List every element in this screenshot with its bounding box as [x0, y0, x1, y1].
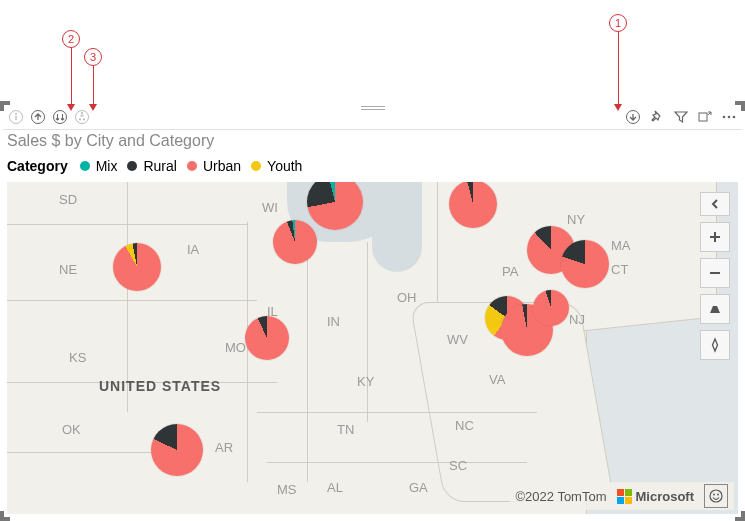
legend-swatch-mix [80, 161, 90, 171]
legend-swatch-youth [251, 161, 261, 171]
state-label-ga: GA [409, 480, 428, 495]
state-label-mo: MO [225, 340, 246, 355]
pie-marker-3[interactable] [449, 182, 497, 228]
legend-item-rural[interactable]: Rural [143, 158, 176, 174]
pin-button[interactable] [648, 108, 666, 126]
arrow-up-icon [30, 109, 46, 125]
chevron-left-icon [708, 197, 722, 211]
svg-point-11 [723, 115, 726, 118]
pie-marker-8[interactable] [533, 290, 569, 326]
state-label-al: AL [327, 480, 343, 495]
map-attribution: ©2022 TomTom [516, 489, 607, 504]
zoom-in-button[interactable] [700, 222, 730, 252]
state-label-in: IN [327, 314, 340, 329]
state-label-ky: KY [357, 374, 374, 389]
ellipsis-icon [721, 109, 737, 125]
arrow-down-icon [625, 109, 641, 125]
state-label-ok: OK [62, 422, 81, 437]
visual-container: Sales $ by City and Category Category Mi… [3, 104, 742, 518]
svg-point-4 [54, 110, 67, 123]
svg-point-1 [15, 113, 17, 115]
focus-icon [697, 109, 713, 125]
legend-swatch-rural [127, 161, 137, 171]
state-label-wv: WV [447, 332, 468, 347]
drill-up-button[interactable] [29, 108, 47, 126]
visual-toolbar [3, 104, 742, 130]
svg-rect-2 [15, 116, 16, 120]
drill-down-button[interactable] [624, 108, 642, 126]
more-options-button[interactable] [720, 108, 738, 126]
svg-point-6 [81, 112, 83, 114]
state-label-sc: SC [449, 458, 467, 473]
state-label-ny: NY [567, 212, 585, 227]
legend-swatch-urban [187, 161, 197, 171]
pie-marker-10[interactable] [151, 424, 203, 476]
country-label: UNITED STATES [99, 378, 221, 394]
info-icon [8, 109, 24, 125]
state-label-nj: NJ [569, 312, 585, 327]
state-label-pa: PA [502, 264, 518, 279]
state-label-ar: AR [215, 440, 233, 455]
microsoft-icon [617, 489, 632, 504]
microsoft-logo: Microsoft [617, 489, 695, 504]
info-button[interactable] [7, 108, 25, 126]
pie-marker-5[interactable] [561, 240, 609, 288]
microsoft-label: Microsoft [636, 489, 695, 504]
pie-marker-9[interactable] [245, 316, 289, 360]
legend-item-urban[interactable]: Urban [203, 158, 241, 174]
legend-label: Category [7, 158, 68, 174]
legend-item-youth[interactable]: Youth [267, 158, 302, 174]
state-label-ct: CT [611, 262, 628, 277]
visual-title: Sales $ by City and Category [7, 132, 214, 150]
svg-point-8 [83, 118, 85, 120]
plus-icon [708, 230, 722, 244]
svg-point-15 [713, 494, 715, 496]
smiley-icon [708, 488, 724, 504]
state-label-va: VA [489, 372, 505, 387]
svg-point-13 [733, 115, 736, 118]
callout-1: 1 [609, 14, 627, 32]
svg-point-16 [717, 494, 719, 496]
svg-point-14 [710, 490, 722, 502]
state-label-sd: SD [59, 192, 77, 207]
focus-mode-button[interactable] [696, 108, 714, 126]
state-label-ms: MS [277, 482, 297, 497]
callout-3-label: 3 [84, 48, 102, 66]
map-canvas[interactable]: UNITED STATES ©2022 TomTom [7, 182, 738, 514]
drag-handle[interactable] [361, 106, 385, 110]
callout-1-label: 1 [609, 14, 627, 32]
map-collapse-button[interactable] [700, 192, 730, 216]
map-footer: ©2022 TomTom Microsoft [510, 482, 735, 510]
svg-point-12 [728, 115, 731, 118]
pin-icon [649, 109, 665, 125]
callout-3: 3 [84, 48, 102, 66]
state-label-ne: NE [59, 262, 77, 277]
compass-icon [707, 337, 723, 353]
state-label-ia: IA [187, 242, 199, 257]
svg-rect-10 [699, 113, 707, 121]
state-label-tn: TN [337, 422, 354, 437]
pie-marker-1[interactable] [273, 220, 317, 264]
pie-marker-0[interactable] [113, 243, 161, 291]
legend-item-mix[interactable]: Mix [96, 158, 118, 174]
map-controls [700, 192, 730, 360]
filter-icon [673, 109, 689, 125]
svg-point-7 [79, 118, 81, 120]
state-label-nc: NC [455, 418, 474, 433]
rotate-button[interactable] [700, 330, 730, 360]
minus-icon [708, 266, 722, 280]
perspective-icon [707, 301, 723, 317]
state-label-ma: MA [611, 238, 631, 253]
state-label-ks: KS [69, 350, 86, 365]
pitch-button[interactable] [700, 294, 730, 324]
callout-2: 2 [62, 30, 80, 48]
hierarchy-icon [74, 109, 90, 125]
filter-button[interactable] [672, 108, 690, 126]
zoom-out-button[interactable] [700, 258, 730, 288]
legend: Category Mix Rural Urban Youth [7, 158, 302, 174]
state-label-oh: OH [397, 290, 417, 305]
feedback-button[interactable] [704, 484, 728, 508]
state-label-wi: WI [262, 200, 278, 215]
callout-2-label: 2 [62, 30, 80, 48]
double-arrow-down-icon [52, 109, 68, 125]
